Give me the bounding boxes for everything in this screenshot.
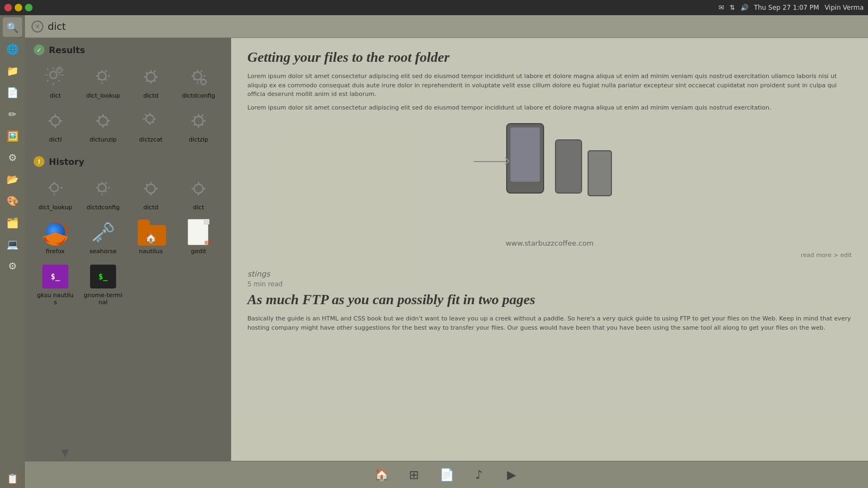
app-dictdconfig-label: dictdconfig	[182, 92, 215, 99]
terminal-black-icon: $_	[90, 265, 116, 288]
web-preview-area: Getting your files to the root folder Lo…	[231, 38, 868, 488]
terminal-purple-icon: $_	[42, 265, 68, 288]
history-gksu-nautilus-label: gksu nautilus	[36, 292, 75, 306]
history-gnome-terminal[interactable]: $_ gnome-terminal	[81, 261, 125, 308]
app-dictl-label: dictl	[49, 136, 61, 143]
window-controls	[4, 4, 33, 11]
main-area: ✕ ✓ Results	[25, 15, 868, 488]
app-dictl[interactable]: dictl	[34, 106, 77, 145]
datetime-label: Thu Sep 27 1:07 PM	[754, 4, 819, 11]
dictzcat-icon	[138, 108, 164, 134]
history-dict-lookup-icon	[42, 176, 68, 202]
maximize-button[interactable]	[25, 4, 33, 11]
history-gksu-nautilus[interactable]: $_ gksu nautilus	[34, 261, 77, 308]
history-nautilus[interactable]: 🏠 nautilus	[129, 217, 173, 257]
taskbar-music-button[interactable]: ♪	[463, 463, 495, 487]
app-dictzip-label: dictzip	[189, 136, 208, 143]
article-1: Getting your files to the root folder Lo…	[247, 49, 852, 259]
history-gnome-terminal-label: gnome-terminal	[84, 292, 123, 306]
taskbar-home-button[interactable]: 🏠	[365, 463, 398, 487]
dictzip-icon	[186, 108, 212, 134]
history-gedit[interactable]: ✏️ gedit	[177, 217, 220, 257]
article2-title: As much FTP as you can possibly fit in t…	[247, 291, 852, 308]
sidebar-item-browser[interactable]: 🌐	[3, 39, 22, 59]
history-nautilus-label: nautilus	[139, 248, 163, 255]
sidebar-item-files[interactable]: 📁	[3, 61, 22, 80]
article1-footer: www.starbuzzcoffee.com	[247, 239, 852, 247]
sidebar-item-terminal[interactable]: 💻	[3, 234, 22, 254]
sidebar-item-apps[interactable]: ⚙️	[3, 147, 22, 167]
volume-icon[interactable]: 🔊	[741, 4, 749, 11]
top-panel: ✉ ⇅ 🔊 Thu Sep 27 1:07 PM Vipin Verma	[0, 0, 868, 15]
app-dictzcat[interactable]: dictzcat	[129, 106, 173, 145]
app-dictd[interactable]: dictd	[129, 62, 173, 101]
history-dictd[interactable]: dictd	[129, 174, 173, 213]
dict-lookup-icon	[90, 64, 116, 90]
search-input[interactable]	[48, 21, 210, 32]
email-icon[interactable]: ✉	[719, 4, 724, 11]
app-dict[interactable]: dict	[34, 62, 77, 101]
svg-point-10	[50, 184, 59, 192]
history-icon: !	[34, 156, 44, 167]
taskbar-video-button[interactable]: ▶	[495, 463, 528, 487]
article-2: stings 5 min read As much FTP as you can…	[247, 269, 852, 332]
history-label: History	[49, 157, 84, 167]
article2-meta: 5 min read	[247, 280, 852, 288]
web-content: Getting your files to the root folder Lo…	[231, 38, 868, 488]
history-section-header: ! History	[34, 156, 222, 167]
app-dictzcat-label: dictzcat	[139, 136, 162, 143]
results-section-header: ✓ Results	[34, 44, 222, 55]
history-apps-grid: dict_lookup dictdconfig	[34, 174, 222, 308]
dictd-icon	[138, 64, 164, 90]
dict-icon	[42, 64, 68, 90]
history-firefox[interactable]: firefox	[34, 217, 77, 257]
taskbar-files-button[interactable]: 📄	[430, 463, 463, 487]
sidebar-item-docs[interactable]: 📄	[3, 82, 22, 102]
svg-point-13	[194, 184, 203, 194]
network-icon[interactable]: ⇅	[730, 4, 735, 11]
app-dictunzip[interactable]: dictunzip	[81, 106, 125, 145]
history-seahorse-label: seahorse	[90, 248, 117, 255]
app-dictunzip-label: dictunzip	[90, 136, 117, 143]
article2-text: Basically the guide is an HTML and CSS b…	[247, 314, 852, 332]
app-dictzip[interactable]: dictzip	[177, 106, 220, 145]
sidebar-item-edit[interactable]: ✏️	[3, 104, 22, 124]
app-dict-lookup-label: dict_lookup	[86, 92, 120, 99]
taskbar: 🏠 ⊞ 📄 ♪ ▶	[25, 461, 868, 488]
sidebar-item-search[interactable]: 🔍	[3, 17, 22, 37]
search-clear-button[interactable]: ✕	[31, 21, 43, 33]
minimize-button[interactable]	[15, 4, 22, 11]
scroll-down-button[interactable]: ▼	[61, 447, 69, 458]
sidebar-item-bottom[interactable]: 📋	[3, 468, 22, 488]
search-bar: ✕	[25, 15, 868, 38]
history-gksu-nautilus-icon: $_	[42, 264, 68, 290]
app-dict-lookup[interactable]: dict_lookup	[81, 62, 125, 101]
system-tray: ✉ ⇅ 🔊 Thu Sep 27 1:07 PM Vipin Verma	[719, 4, 864, 11]
history-seahorse[interactable]: 🗝️ seahorse	[81, 217, 125, 257]
history-dictdconfig[interactable]: dictdconfig	[81, 174, 125, 213]
article2-subtitle: stings	[247, 269, 852, 278]
history-dict-lookup-label: dict_lookup	[39, 204, 72, 211]
taskbar-apps-button[interactable]: ⊞	[398, 463, 430, 487]
svg-point-6	[51, 117, 60, 126]
history-gnome-terminal-icon: $_	[90, 264, 116, 290]
sidebar-item-settings[interactable]: ⚙️	[3, 256, 22, 275]
sidebar-item-archive[interactable]: 🗂️	[3, 213, 22, 232]
history-nautilus-icon: 🏠	[138, 220, 164, 246]
history-seahorse-icon: 🗝️	[90, 220, 116, 246]
history-firefox-label: firefox	[46, 248, 65, 255]
svg-point-5	[201, 80, 206, 85]
history-dictdconfig-label: dictdconfig	[86, 204, 119, 211]
sidebar-item-folder[interactable]: 📂	[3, 169, 22, 189]
sidebar-item-paint[interactable]: 🎨	[3, 191, 22, 210]
article1-pagination: read more > edit	[247, 252, 852, 259]
close-button[interactable]	[4, 4, 12, 11]
app-dictdconfig[interactable]: dictdconfig	[177, 62, 220, 101]
dictunzip-icon	[90, 108, 116, 134]
article1-text2: Lorem ipsum dolor sit amet consectetur a…	[247, 104, 852, 113]
history-dictdconfig-icon	[90, 176, 116, 202]
sidebar-item-images[interactable]: 🖼️	[3, 126, 22, 145]
history-dict[interactable]: dict	[177, 174, 220, 213]
app-dictd-label: dictd	[143, 92, 158, 99]
history-dict-lookup[interactable]: dict_lookup	[34, 174, 77, 213]
